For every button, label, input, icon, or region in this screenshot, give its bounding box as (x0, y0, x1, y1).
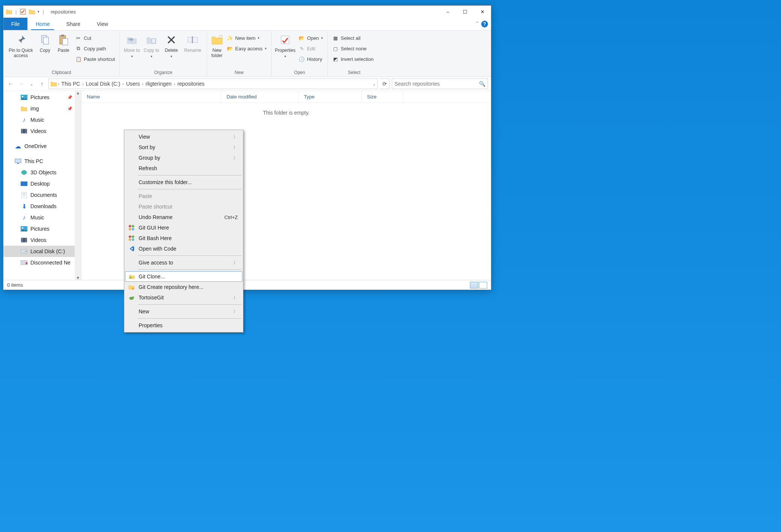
svg-rect-37 (128, 228, 131, 231)
tree-item-pictures[interactable]: Pictures (3, 223, 75, 234)
menu-item-tortoisegit[interactable]: TortoiseGit〉 (125, 292, 242, 303)
music-icon: ♪ (21, 214, 27, 221)
chevron-right-icon[interactable]: › (58, 82, 59, 86)
tree-item-label: Pictures (30, 94, 50, 100)
tree-item-documents[interactable]: Documents (3, 189, 75, 201)
separator (138, 189, 242, 189)
tree-item-music[interactable]: ♪Music (3, 212, 75, 223)
cut-button[interactable]: ✂Cut (74, 33, 116, 42)
col-size[interactable]: Size (362, 91, 403, 103)
tree-item-3d-objects[interactable]: 3D Objects (3, 167, 75, 178)
new-folder-button[interactable]: New folder (210, 33, 224, 59)
edit-button[interactable]: ✎Edit (297, 44, 325, 53)
menu-item-sort-by[interactable]: Sort by〉 (125, 142, 242, 153)
menu-item-give-access-to[interactable]: Give access to〉 (125, 257, 242, 268)
refresh-button[interactable]: ⟳ (380, 79, 390, 89)
menu-item-refresh[interactable]: Refresh (125, 163, 242, 174)
col-date[interactable]: Date modified (221, 91, 299, 103)
back-button[interactable]: ← (6, 80, 15, 88)
menu-item-new[interactable]: New〉 (125, 306, 242, 317)
details-view-button[interactable] (470, 282, 478, 289)
collapse-ribbon-icon[interactable]: ˆ (476, 21, 478, 27)
menu-item-group-by[interactable]: Group by〉 (125, 153, 242, 163)
svg-point-43 (132, 287, 134, 290)
menu-item-git-clone[interactable]: Git Clone... (125, 271, 242, 282)
easy-access-button[interactable]: 📂Easy access ▾ (225, 44, 268, 53)
new-item-button[interactable]: ✨New item ▾ (225, 33, 268, 42)
copy-to-button[interactable]: Copy to▾ (142, 33, 160, 59)
forward-button[interactable]: → (17, 80, 25, 88)
tree-item-downloads[interactable]: ⬇Downloads (3, 201, 75, 212)
chevron-right-icon[interactable]: › (142, 82, 143, 86)
help-icon[interactable]: ? (481, 21, 488, 27)
svg-rect-16 (26, 130, 26, 130)
copy-path-button[interactable]: ⧉Copy path (74, 44, 116, 53)
tree-item-onedrive[interactable]: ☁OneDrive (3, 141, 75, 152)
tree-item-this-pc[interactable]: This PC (3, 156, 75, 167)
select-none-button[interactable]: ▢Select none (331, 44, 375, 53)
tab-view[interactable]: View (89, 18, 116, 30)
properties-button[interactable]: Properties▾ (275, 33, 296, 59)
column-headers[interactable]: Name Date modified Type Size (82, 91, 491, 103)
breadcrumb-seg[interactable]: repositories (176, 81, 206, 87)
breadcrumb-seg[interactable]: rligteringen (144, 81, 173, 87)
tree-item-img[interactable]: img📌 (3, 103, 75, 114)
menu-item-git-bash-here[interactable]: Git Bash Here (125, 233, 242, 243)
scrollbar[interactable]: ▲▼ (75, 91, 81, 280)
thumbnails-view-button[interactable] (479, 282, 487, 289)
move-to-button[interactable]: Move to▾ (123, 33, 141, 59)
rename-button[interactable]: Rename (182, 33, 203, 53)
folder-small-icon[interactable] (29, 8, 35, 15)
menu-item-open-with-code[interactable]: Open with Code (125, 243, 242, 254)
col-type[interactable]: Type (299, 91, 362, 103)
open-button[interactable]: 📂Open ▾ (297, 33, 325, 42)
breadcrumb[interactable]: › This PC› Local Disk (C:)› Users› rligt… (48, 79, 378, 89)
tree-item-music[interactable]: ♪Music (3, 114, 75, 125)
tree-item-videos[interactable]: Videos (3, 234, 75, 246)
menu-item-git-gui-here[interactable]: Git GUI Here (125, 222, 242, 233)
tab-home[interactable]: Home (27, 18, 58, 30)
tree-item-label: img (30, 106, 39, 112)
file-tab[interactable]: File (3, 18, 27, 30)
recent-dropdown[interactable]: ⌄ (27, 80, 36, 88)
menu-item-undo-rename[interactable]: Undo RenameCtrl+Z (125, 212, 242, 222)
menu-item-git-create-repository-here[interactable]: Git Create repository here... (125, 282, 242, 292)
chevron-right-icon[interactable]: › (174, 82, 175, 86)
chevron-right-icon[interactable]: › (122, 82, 124, 86)
invert-selection-button[interactable]: ◩Invert selection (331, 54, 375, 63)
qat-dropdown-icon[interactable]: ▾ (38, 10, 39, 14)
menu-item-view[interactable]: View〉 (125, 131, 242, 142)
col-name[interactable]: Name (82, 91, 221, 103)
tree-item-pictures[interactable]: Pictures📌 (3, 92, 75, 103)
close-button[interactable]: ✕ (474, 6, 491, 18)
pin-quick-access-button[interactable]: Pin to Quick access (6, 33, 35, 59)
svg-point-9 (219, 35, 222, 38)
tree-item-local-disk-c-[interactable]: Local Disk (C:) (3, 246, 75, 257)
breadcrumb-dropdown-icon[interactable]: ⌄ (373, 82, 376, 86)
tree-item-disconnected-ne[interactable]: ✖Disconnected Ne (3, 257, 75, 268)
up-button[interactable]: ↑ (38, 80, 46, 88)
nav-tree[interactable]: Pictures📌img📌♪MusicVideos☁OneDriveThis P… (3, 91, 82, 280)
select-all-button[interactable]: ▦Select all (331, 33, 375, 42)
tree-item-desktop[interactable]: Desktop (3, 178, 75, 189)
menu-item-customize-this-folder[interactable]: Customize this folder... (125, 177, 242, 187)
breadcrumb-seg[interactable]: Local Disk (C:) (84, 81, 122, 87)
copy-button[interactable]: Copy (37, 33, 53, 53)
tree-item-label: 3D Objects (30, 169, 56, 175)
breadcrumb-seg[interactable]: Users (125, 81, 142, 87)
tab-share[interactable]: Share (58, 18, 88, 30)
search-input[interactable]: Search repositories 🔍 (392, 79, 488, 89)
checkbox-icon[interactable] (20, 8, 26, 15)
chevron-right-icon[interactable]: › (82, 82, 83, 86)
delete-button[interactable]: Delete▾ (162, 33, 181, 59)
minimize-button[interactable]: – (439, 6, 456, 18)
paste-shortcut-button[interactable]: 📋Paste shortcut (74, 54, 116, 63)
git-icon (128, 235, 135, 242)
menu-item-properties[interactable]: Properties (125, 320, 242, 331)
history-button[interactable]: 🕓History (297, 54, 325, 63)
paste-button[interactable]: Paste (54, 33, 72, 53)
tree-item-videos[interactable]: Videos (3, 125, 75, 137)
breadcrumb-seg[interactable]: This PC (60, 81, 82, 87)
tree-item-label: Pictures (30, 226, 50, 232)
maximize-button[interactable]: ☐ (456, 6, 474, 18)
